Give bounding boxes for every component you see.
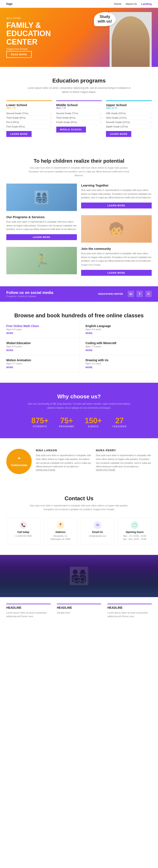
hero-bubble: Study with us! <box>94 12 116 26</box>
testimonial-nora-name: NORA PERRY <box>96 449 152 452</box>
contact-hours-title: Opening hours <box>121 531 148 534</box>
potential-section: To help children realize their potential… <box>0 148 158 286</box>
programs-services-title: Our Programs & Services <box>6 215 77 219</box>
testimonials-label-text: Testimonials <box>11 464 27 467</box>
education-programs-sub: Lorem ipsum dolor sit amet, consectetur … <box>26 86 132 94</box>
learn-more-upper-button[interactable]: LEARN MORE <box>106 131 131 137</box>
contact-address-title: Address <box>47 531 74 534</box>
nav-links: Home About Us Landing <box>114 2 152 5</box>
class-item-motion: Motion Animation Ages 5-7 years MORE <box>6 355 79 372</box>
linkedin-icon[interactable]: in <box>128 291 134 297</box>
learn-more-middle-button[interactable]: MIDDLE SCHOOL <box>56 127 86 132</box>
stat-students: 875+ STUDENTS <box>31 416 48 428</box>
potential-title: To help children realize their potential <box>6 158 152 164</box>
program-item: Fifth Grade (10Yrs)→ <box>106 111 152 116</box>
online-classes-section: Browse and book hundreds of free online … <box>0 302 158 383</box>
programs-grid: Lower School Ages 7-10 Second Grade (7Yr… <box>6 100 152 137</box>
why-choose-sub: Join our community of life long learners… <box>26 402 132 410</box>
footer-grid: HEADLINE Lorem ipsum dolor sit amet cons… <box>6 603 152 618</box>
social-bar-sub: Programs, Events & Updates <box>6 295 53 298</box>
social-bar-right: #EDUCATION CENTER in f © <box>98 291 152 297</box>
program-item: Eighth Grade (13Yrs)→ <box>106 124 152 129</box>
class-irobot-title: iRobot Education <box>6 341 73 345</box>
potential-item-community: Join the community Duis aute irure dolor… <box>81 247 152 276</box>
footer-col-3-text: Lorem ipsum dolor sit amet consectetur a… <box>108 611 152 618</box>
contact-address-text: Alexandria, 12,Washington str, 0000 <box>47 534 74 541</box>
program-item: Seventh Grade (12Yrs)→ <box>106 120 152 124</box>
quote-icon: ❝ <box>18 456 21 462</box>
navigation: logo Home About Us Landing <box>0 0 158 8</box>
program-item: First Grade (9Yrs)→ <box>6 124 52 129</box>
class-item-english: English Language Ages 4-6 years MORE <box>79 321 152 338</box>
stat-teachers-number: 27 <box>112 416 127 425</box>
program-lower-age: Ages 7-10 <box>6 107 52 109</box>
footer-col-1-title: HEADLINE <box>6 603 50 609</box>
class-item-minecraft: Coding with Minecraft Ages 7-9 years MOR… <box>79 338 152 355</box>
class-english-title: English Language <box>85 324 152 328</box>
community-btn[interactable]: LEARN MORE <box>81 270 152 276</box>
contact-sub: Duis aute irure dolor in reprehenderit i… <box>26 504 132 511</box>
contact-title: Contact Us <box>6 495 152 502</box>
social-bar-left: Follow us on social media Programs, Even… <box>6 290 53 298</box>
why-choose-section: Why choose us? Join our community of lif… <box>0 383 158 438</box>
footer-col-1-text: Lorem ipsum dolor sit amet consectetur a… <box>6 611 50 618</box>
contact-hours-text: Mon – Fri: 10:00 – 22:00Sat – Sun: 10:00… <box>121 534 148 541</box>
testimonial-nora-link: Images from Freepik <box>96 469 152 471</box>
instagram-icon[interactable]: © <box>145 291 152 297</box>
stat-programs-number: 75+ <box>59 416 74 425</box>
learning-together-btn[interactable]: LEARN MORE <box>81 203 152 209</box>
contact-card-email: ✉ Email Us info@sample.com <box>81 518 115 544</box>
programs-services-btn[interactable]: LEARN MORE <box>6 234 77 240</box>
contact-card-call: 📞 Call today +1 (234) 567-8910 <box>6 518 40 544</box>
hero-title: FAMILY &EDUCATIONCENTER <box>6 21 152 46</box>
contact-card-address: 📍 Address Alexandria, 12,Washington str,… <box>43 518 77 544</box>
class-motion-more[interactable]: MORE <box>6 366 73 369</box>
facebook-icon[interactable]: f <box>136 291 143 297</box>
potential-grid: 👨‍👩‍👧‍👦 Learning Together Duis aute irur… <box>6 184 152 276</box>
education-programs-section: Education programs Lorem ipsum dolor sit… <box>0 67 158 148</box>
class-minecraft-more[interactable]: MORE <box>85 349 152 351</box>
community-title: Join the community <box>81 247 152 250</box>
potential-item-programs: Our Programs & Services Duis aute irure … <box>6 215 77 243</box>
footer-col-3-title: HEADLINE <box>108 603 152 609</box>
nav-landing[interactable]: Landing <box>141 2 152 5</box>
class-irobot-more[interactable]: MORE <box>6 349 73 351</box>
learn-more-lower-button[interactable]: LEARN MORE <box>6 131 32 137</box>
program-lower-title: Lower School <box>6 103 52 107</box>
class-minecraft-title: Coding with Minecraft <box>85 341 152 345</box>
class-item-drawing: Drawing with Us Ages 3-5 years MORE <box>79 355 152 372</box>
class-english-more[interactable]: MORE <box>85 332 152 334</box>
online-classes-title: Browse and book hundreds of free online … <box>6 312 152 319</box>
class-math-more[interactable]: MORE <box>6 332 73 334</box>
class-drawing-age: Ages 3-5 years <box>85 362 152 365</box>
stats-grid: 875+ STUDENTS 75+ PROGRAMS 150+ EVENTS 2… <box>6 416 152 428</box>
footer-col-3: HEADLINE Lorem ipsum dolor sit amet cons… <box>108 603 152 618</box>
hero-cta-button[interactable]: READ MORE <box>6 51 32 58</box>
class-minecraft-age: Ages 7-9 years <box>85 345 152 348</box>
contact-card-hours: 🕐 Opening hours Mon – Fri: 10:00 – 22:00… <box>118 518 152 544</box>
testimonial-nina-name: NINA LARSON <box>36 449 92 452</box>
testimonial-nina-link: Images from Freepik <box>36 469 92 471</box>
nav-home[interactable]: Home <box>114 2 121 5</box>
program-item: Second Grade (7Yrs)→ <box>56 111 102 116</box>
program-card-upper: Upper School Ages 10-19 Fifth Grade (10Y… <box>106 100 152 137</box>
testimonials-section: ❝ Testimonials NINA LARSON Duis aute iru… <box>0 438 158 485</box>
contact-section: Contact Us Duis aute irure dolor in repr… <box>0 485 158 555</box>
testimonials-cards: NINA LARSON Duis aute irure dolor in rep… <box>36 449 152 471</box>
learning-together-title: Learning Together <box>81 184 152 187</box>
programs-services-text: Duis aute irure dolor in reprehenderit i… <box>6 220 77 231</box>
stat-events-label: EVENTS <box>85 425 102 428</box>
program-item: Sixth Grade (11Yrs)→ <box>106 116 152 120</box>
potential-image-2: 🧒 <box>81 215 152 243</box>
contact-email-title: Email Us <box>84 531 111 534</box>
class-drawing-more[interactable]: MORE <box>85 366 152 369</box>
hero-section: WELCOME FAMILY &EDUCATIONCENTER Images f… <box>0 8 158 67</box>
social-media-bar: Follow us on social media Programs, Even… <box>0 286 158 302</box>
class-math-title: Free Online Math Class <box>6 324 73 328</box>
stat-programs-label: PROGRAMS <box>59 425 74 428</box>
class-math-age: Ages 6-8 years <box>6 328 73 331</box>
nav-about[interactable]: About Us <box>125 2 137 5</box>
potential-sub: Duis aute irure dolor in reprehenderit i… <box>26 166 132 177</box>
testimonials-label: ❝ Testimonials <box>6 449 32 474</box>
community-text: Duis aute irure dolor in reprehenderit i… <box>81 252 152 263</box>
